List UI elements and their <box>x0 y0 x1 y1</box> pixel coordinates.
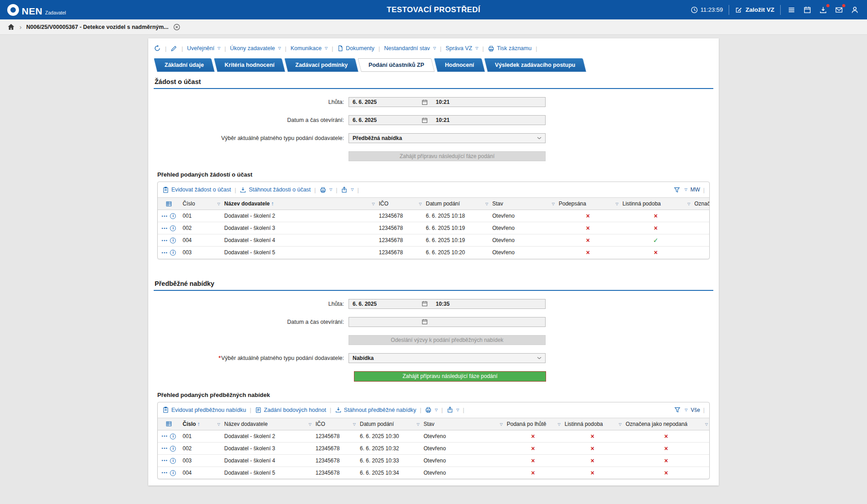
table-row[interactable]: •••i 003 Dodavatel - školení 5 12345678 … <box>158 247 709 259</box>
row-menu-button[interactable]: ••• <box>162 434 168 439</box>
column-filter-icon[interactable]: ▽ <box>616 202 618 206</box>
tab-hodnoceni[interactable]: Hodnocení <box>436 58 483 72</box>
chevron-down-icon[interactable]: ▽ <box>685 408 688 412</box>
tab-podani-ucastniku-zp[interactable]: Podání účastníků ZP <box>359 58 433 72</box>
filter-icon[interactable] <box>674 406 681 413</box>
calendar-icon[interactable] <box>421 99 429 106</box>
col-header-oznacena[interactable]: Označ <box>692 198 709 210</box>
column-filter-icon[interactable]: ▽ <box>500 422 503 426</box>
stahnout-zadosti-button[interactable]: Stáhnout žádosti o účast <box>240 187 311 193</box>
column-filter-icon[interactable]: ▽ <box>419 202 422 206</box>
zahajit-pripravu-button-disabled[interactable]: Zahájit přípravu následující fáze podání <box>349 151 546 161</box>
col-header-ico[interactable]: IČO▽ <box>376 198 423 210</box>
zadost-lhuta-field[interactable]: 6. 6. 2025 10:21 <box>349 97 546 107</box>
tab-zadavaci-podminky[interactable]: Zadávací podmínky <box>286 58 357 72</box>
row-info-button[interactable]: i <box>170 250 176 256</box>
refresh-button[interactable] <box>154 45 161 52</box>
zadost-typ-podani-select[interactable]: Předběžná nabídka <box>349 133 546 143</box>
breadcrumb-record[interactable]: N006/25/V00005367 - Detekce vozidel s na… <box>26 24 169 30</box>
calendar-button[interactable] <box>802 5 812 15</box>
zadost-oteviran-field[interactable]: 6. 6. 2025 10:21 <box>349 115 546 125</box>
col-header-po-lhute[interactable]: Podaná po lhůtě▽ <box>504 418 562 430</box>
col-header-ico[interactable]: IČO▽ <box>313 418 357 430</box>
evidovat-nabidku-button[interactable]: Evidovat předběžnou nabídku <box>162 406 246 413</box>
column-filter-icon[interactable]: ▽ <box>688 202 690 206</box>
evidovat-zadost-button[interactable]: Evidovat žádost o účast <box>162 187 231 193</box>
col-header-nazev[interactable]: Název dodavatele↑▽ <box>221 198 376 210</box>
print-table-button[interactable]: ▽ <box>425 406 438 413</box>
table-row[interactable]: •••i 001 Dodavatel - školení 2 12345678 … <box>158 430 709 442</box>
col-header-datum[interactable]: Datum podání▽ <box>357 418 421 430</box>
column-filter-icon[interactable]: ▽ <box>417 422 419 426</box>
row-info-button[interactable]: i <box>170 458 176 464</box>
edit-record-button[interactable] <box>170 45 177 52</box>
nabidky-lhuta-field[interactable]: 6. 6. 2025 10:35 <box>349 299 546 309</box>
table-row[interactable]: •••i 004 Dodavatel - školení 5 12345678 … <box>158 467 709 479</box>
row-menu-button[interactable]: ••• <box>162 238 168 243</box>
export-table-button[interactable]: ▽ <box>447 406 459 413</box>
stahnout-nabidky-button[interactable]: Stáhnout předběžné nabídky <box>335 406 416 413</box>
print-table-button[interactable]: ▽ <box>320 187 332 193</box>
tab-vysledek-zadavaciho-postupu[interactable]: Výsledek zadávacího postupu <box>486 58 584 72</box>
col-header-cislo[interactable]: Číslo▽ <box>180 198 221 210</box>
zadani-bodovych-hodnot-button[interactable]: Zadání bodových hodnot <box>255 406 326 413</box>
create-vz-button[interactable]: Založit VZ <box>735 6 774 14</box>
row-info-button[interactable]: i <box>170 225 176 231</box>
menu-komunikace[interactable]: Komunikace▽ <box>291 45 328 51</box>
col-header-podepsana[interactable]: Podepsána▽ <box>556 198 620 210</box>
calendar-icon[interactable] <box>421 300 429 307</box>
column-filter-icon[interactable]: ▽ <box>705 422 708 426</box>
column-filter-icon[interactable]: ▽ <box>217 422 220 426</box>
menu-tisk-zaznamu[interactable]: Tisk záznamu <box>488 45 532 52</box>
row-menu-button[interactable]: ••• <box>162 471 168 475</box>
row-info-button[interactable]: i <box>170 434 176 439</box>
calendar-icon[interactable] <box>421 117 429 124</box>
column-filter-icon[interactable]: ▽ <box>353 422 356 426</box>
table-row[interactable]: •••i 002 Dodavatel - školení 3 12345678 … <box>158 222 709 234</box>
col-header-listinna[interactable]: Listinná podoba▽ <box>562 418 623 430</box>
column-filter-icon[interactable]: ▽ <box>552 202 555 206</box>
column-filter-icon[interactable]: ▽ <box>217 202 220 206</box>
row-info-button[interactable]: i <box>170 470 176 476</box>
menu-uverejneni[interactable]: Uveřejnění▽ <box>187 45 221 51</box>
calendar-icon[interactable] <box>421 318 429 325</box>
col-header-listinna[interactable]: Listinná podoba▽ <box>620 198 692 210</box>
view-preset-label[interactable]: Vše <box>691 407 700 413</box>
table-row[interactable]: •••i 003 Dodavatel - školení 4 12345678 … <box>158 454 709 467</box>
menu-sprava-vz[interactable]: Správa VZ▽ <box>446 45 478 51</box>
downloads-button[interactable] <box>818 5 828 15</box>
home-icon[interactable] <box>7 23 15 31</box>
col-header-cislo[interactable]: Číslo↑▽ <box>180 418 221 430</box>
column-filter-icon[interactable]: ▽ <box>619 422 622 426</box>
row-info-button[interactable]: i <box>170 213 176 219</box>
menu-ukony-zadavatele[interactable]: Úkony zadavatele▽ <box>230 45 281 51</box>
col-header-datum[interactable]: Datum podání▽ <box>423 198 490 210</box>
col-header-stav[interactable]: Stav▽ <box>490 198 556 210</box>
nabidky-typ-podani-select[interactable]: Nabídka <box>349 353 546 363</box>
menu-dokumenty[interactable]: Dokumenty <box>337 45 374 51</box>
table-row[interactable]: •••i 001 Dodavatel - školení 2 12345678 … <box>158 210 709 222</box>
col-header-nepodana[interactable]: Označena jako nepodaná▽ <box>623 418 709 430</box>
row-menu-button[interactable]: ••• <box>162 458 168 463</box>
grid-settings-header[interactable] <box>158 198 180 210</box>
nabidky-oteviran-field[interactable] <box>349 317 546 327</box>
col-header-nazev[interactable]: Název dodavatele▽ <box>221 418 313 430</box>
row-info-button[interactable]: i <box>170 238 176 243</box>
filter-icon[interactable] <box>674 187 680 193</box>
menu-button[interactable] <box>787 5 796 15</box>
column-filter-icon[interactable]: ▽ <box>558 422 561 426</box>
row-menu-button[interactable]: ••• <box>162 214 168 219</box>
row-menu-button[interactable]: ••• <box>162 226 168 231</box>
row-menu-button[interactable]: ••• <box>162 446 168 451</box>
chevron-down-icon[interactable]: ▽ <box>684 188 687 191</box>
messages-button[interactable] <box>834 5 844 15</box>
table-row[interactable]: •••i 004 Dodavatel - školení 4 12345678 … <box>158 234 709 247</box>
nen-logo[interactable]: NEN Zadavatel <box>7 4 66 16</box>
row-menu-button[interactable]: ••• <box>162 251 168 255</box>
tab-kriteria-hodnoceni[interactable]: Kritéria hodnocení <box>216 58 283 72</box>
column-filter-icon[interactable]: ▽ <box>485 202 488 206</box>
zahajit-pripravu-button[interactable]: Zahájit přípravu následující fáze podání <box>354 371 546 382</box>
col-header-stav[interactable]: Stav▽ <box>421 418 504 430</box>
close-record-icon[interactable] <box>173 23 180 31</box>
table-row[interactable]: •••i 002 Dodavatel - školení 3 12345678 … <box>158 442 709 454</box>
